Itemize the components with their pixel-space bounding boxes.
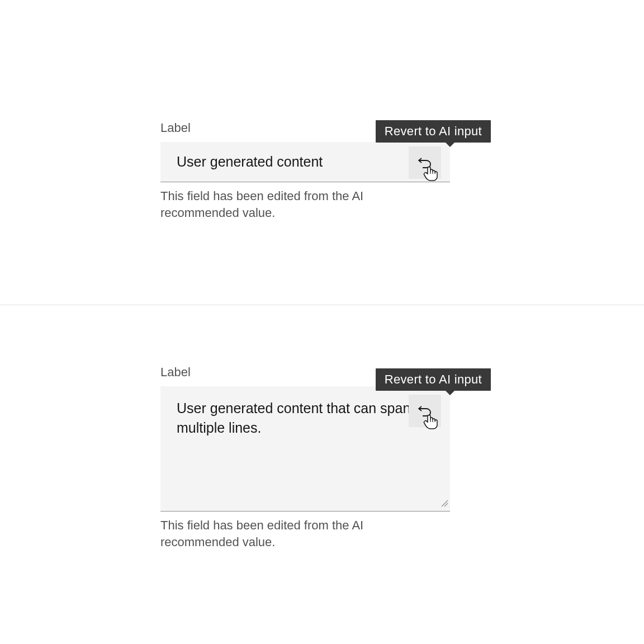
undo-icon — [418, 157, 432, 168]
revert-button[interactable] — [409, 395, 441, 427]
form-field-single: Label User generated content Revert to A… — [160, 121, 450, 222]
helper-text: This field has been edited from the AI r… — [160, 188, 384, 222]
undo-icon — [418, 405, 432, 416]
svg-line-0 — [442, 500, 448, 506]
revert-button-wrapper: Revert to AI input — [409, 395, 441, 427]
tooltip: Revert to AI input — [376, 120, 491, 143]
textarea-wrapper[interactable]: User generated content that can span mul… — [160, 386, 450, 512]
helper-text: This field has been edited from the AI r… — [160, 517, 384, 551]
example-section-2: Label User generated content that can sp… — [0, 305, 644, 644]
text-input-wrapper: User generated content Revert to AI inpu… — [160, 142, 450, 182]
example-section-1: Label User generated content Revert to A… — [0, 0, 644, 305]
revert-button[interactable] — [409, 146, 441, 179]
resize-handle-icon[interactable] — [441, 499, 448, 509]
revert-button-wrapper: Revert to AI input — [409, 146, 441, 179]
form-field-multi: Label User generated content that can sp… — [160, 365, 450, 551]
tooltip: Revert to AI input — [376, 368, 491, 391]
text-input[interactable]: User generated content — [177, 152, 323, 172]
textarea-input[interactable]: User generated content that can span mul… — [177, 400, 410, 435]
